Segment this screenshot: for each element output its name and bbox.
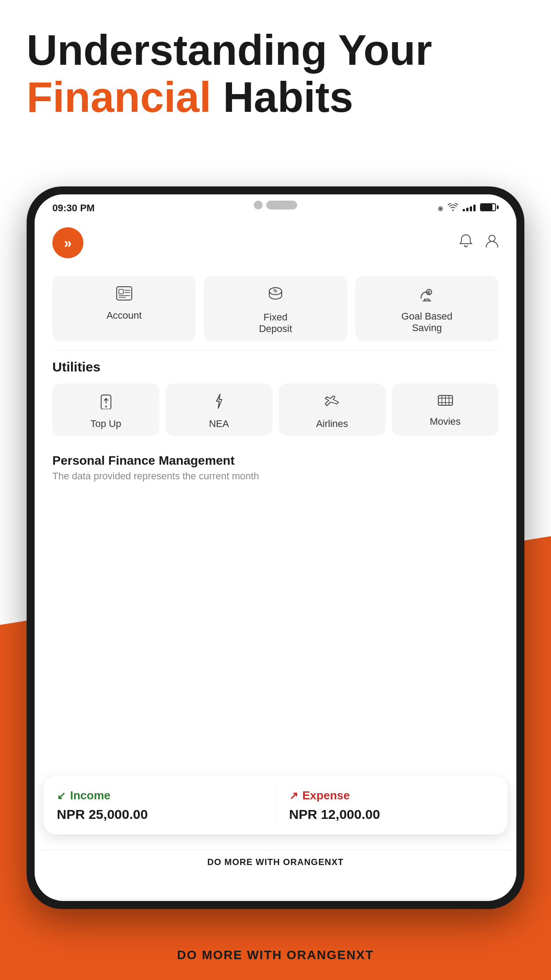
fixed-deposit-icon: %	[268, 286, 283, 306]
topup-label: Top Up	[91, 418, 122, 430]
account-icon	[116, 286, 133, 304]
page-title-line1: Understanding Your	[27, 27, 524, 74]
expense-label-row: ↗ Expense	[289, 789, 495, 802]
page-title-line2: Financial Habits	[27, 74, 524, 121]
nea-icon	[213, 393, 225, 413]
status-icons: ⎈	[438, 203, 499, 213]
utilities-grid: Top Up NEA	[52, 383, 499, 436]
svg-rect-2	[119, 289, 123, 294]
signal-bar-2	[466, 208, 468, 211]
topup-item[interactable]: Top Up	[52, 383, 159, 436]
airlines-label: Airlines	[316, 418, 348, 430]
utilities-section: Utilities Top Up	[35, 351, 516, 445]
nea-item[interactable]: NEA	[165, 383, 272, 436]
footer-text: DO MORE WITH ORANGENXT	[177, 948, 374, 962]
wifi-icon	[448, 203, 458, 213]
top-nav: »	[35, 218, 516, 267]
battery-icon	[480, 203, 499, 213]
goal-saving-icon	[418, 286, 435, 305]
app-logo[interactable]: »	[52, 227, 83, 258]
account-item[interactable]: Account	[52, 276, 196, 341]
expense-arrow-icon: ↗	[289, 790, 298, 802]
signal-bar-3	[470, 206, 472, 211]
airlines-icon	[324, 393, 340, 413]
pfm-subtitle: The data provided represents the current…	[52, 470, 499, 482]
bell-icon[interactable]	[459, 234, 473, 252]
movies-item[interactable]: Movies	[392, 383, 499, 436]
income-arrow-icon: ↙	[57, 790, 66, 802]
svg-point-13	[105, 406, 107, 407]
nea-label: NEA	[209, 418, 229, 430]
income-label-row: ↙ Income	[57, 789, 262, 802]
pfm-title: Personal Finance Management	[52, 454, 499, 468]
expense-amount: NPR 12,000.00	[289, 807, 495, 822]
user-icon[interactable]	[485, 234, 499, 252]
signal-bar-4	[473, 205, 476, 211]
phone-screen: 09:30 PM ⎈	[35, 194, 516, 901]
account-label: Account	[106, 310, 142, 321]
notch-camera	[254, 201, 263, 209]
expense-label: Expense	[303, 789, 350, 802]
bluetooth-icon: ⎈	[438, 203, 443, 213]
phone-frame: 09:30 PM ⎈	[27, 186, 524, 909]
status-time: 09:30 PM	[52, 202, 94, 214]
movies-icon	[437, 393, 453, 411]
income-amount: NPR 25,000.00	[57, 807, 262, 822]
airlines-item[interactable]: Airlines	[279, 383, 386, 436]
logo-chevron-icon: »	[64, 235, 72, 251]
notch	[254, 201, 297, 209]
goal-saving-label: Goal BasedSaving	[401, 311, 453, 334]
movies-label: Movies	[430, 416, 461, 427]
svg-point-0	[489, 235, 495, 241]
bottom-bar: DO MORE WITH ORANGENXT	[35, 850, 516, 874]
expense-section: ↗ Expense NPR 12,000.00	[276, 789, 508, 822]
nav-icons	[459, 234, 499, 252]
fixed-deposit-label: FixedDeposit	[259, 312, 292, 335]
pfm-section: Personal Finance Management The data pro…	[35, 445, 516, 486]
signal-icon	[463, 203, 476, 213]
page-title-suffix: Habits	[223, 73, 353, 121]
utilities-title: Utilities	[52, 360, 499, 375]
status-bar: 09:30 PM ⎈	[35, 194, 516, 218]
fixed-deposit-item[interactable]: % FixedDeposit	[204, 276, 347, 341]
signal-bar-1	[463, 209, 465, 211]
page-header: Understanding Your Financial Habits	[27, 27, 524, 120]
footer-cta-text: DO MORE WITH ORANGENXT	[207, 857, 344, 867]
products-grid: Account % FixedDeposit	[52, 276, 499, 341]
income-section: ↙ Income NPR 25,000.00	[43, 789, 276, 822]
products-section: Account % FixedDeposit	[35, 267, 516, 350]
finance-card: ↙ Income NPR 25,000.00 ↗ Expense NPR 12,…	[43, 776, 508, 834]
income-label: Income	[70, 789, 110, 802]
svg-text:%: %	[273, 288, 277, 293]
app-content: »	[35, 218, 516, 898]
goal-saving-item[interactable]: Goal BasedSaving	[355, 276, 499, 341]
notch-sensor	[266, 201, 297, 209]
topup-icon	[99, 393, 113, 413]
page-footer: DO MORE WITH ORANGENXT	[0, 948, 551, 962]
page-title-highlight: Financial	[27, 73, 211, 121]
